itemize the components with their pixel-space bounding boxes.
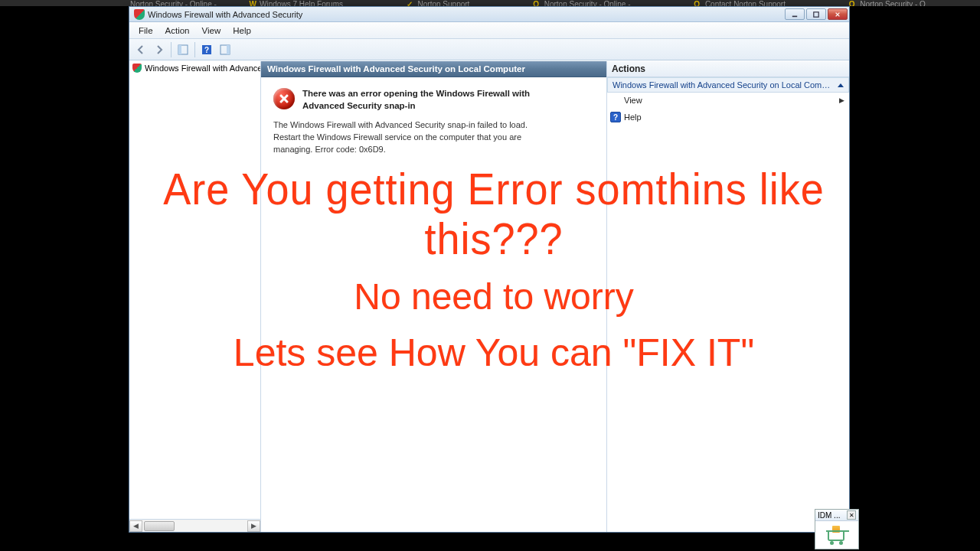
actions-view-item[interactable]: View ▶	[607, 93, 849, 109]
back-button[interactable]	[132, 41, 149, 58]
actions-group-header[interactable]: Windows Firewall with Advanced Security …	[607, 77, 849, 93]
maximize-button[interactable]	[806, 8, 826, 20]
error-icon	[273, 88, 295, 109]
idm-widget[interactable]: IDM ... ✕	[815, 509, 859, 549]
actions-pane: Actions Windows Firewall with Advanced S…	[607, 61, 849, 532]
background-browser-tabs: Norton Security - Online - WWindows 7 He…	[0, 0, 980, 6]
scroll-right-icon[interactable]: ▶	[247, 520, 260, 532]
actions-view-label: View	[624, 96, 642, 105]
details-pane: Windows Firewall with Advanced Security …	[261, 61, 607, 532]
scroll-thumb[interactable]	[144, 521, 175, 531]
toolbar: ?	[129, 39, 849, 60]
chevron-right-icon: ▶	[839, 96, 844, 104]
idm-close-icon[interactable]: ✕	[847, 510, 856, 520]
menubar: File Action View Help	[129, 22, 849, 39]
menu-file[interactable]: File	[132, 24, 159, 37]
error-title: There was an error opening the Windows F…	[302, 88, 563, 112]
tree-root-item[interactable]: Windows Firewall with Advance	[129, 61, 260, 75]
actions-help-item[interactable]: ?Help	[607, 109, 849, 126]
forward-button[interactable]	[151, 41, 168, 58]
help-icon: ?	[610, 112, 621, 122]
details-header: Windows Firewall with Advanced Security …	[261, 61, 606, 77]
svg-rect-0	[792, 15, 797, 17]
show-hide-action-button[interactable]	[217, 41, 234, 58]
error-description: The Windows Firewall with Advanced Secur…	[261, 116, 567, 164]
firewall-shield-icon	[132, 64, 142, 73]
titlebar[interactable]: Windows Firewall with Advanced Security	[129, 7, 849, 22]
scroll-left-icon[interactable]: ◀	[129, 520, 142, 532]
menu-action[interactable]: Action	[159, 24, 196, 37]
svg-text:?: ?	[204, 46, 209, 54]
svg-rect-1	[814, 11, 818, 16]
svg-rect-7	[227, 45, 230, 54]
console-tree-pane: Windows Firewall with Advance ◀ ▶	[129, 61, 261, 532]
minimize-button[interactable]	[785, 8, 805, 20]
actions-header: Actions	[607, 61, 849, 77]
svg-rect-3	[178, 45, 181, 54]
firewall-shield-icon	[134, 9, 145, 20]
window-title: Windows Firewall with Advanced Security	[148, 10, 785, 19]
tree-root-label: Windows Firewall with Advance	[145, 64, 260, 73]
show-hide-tree-button[interactable]	[175, 41, 191, 58]
actions-group-label: Windows Firewall with Advanced Security …	[612, 80, 835, 90]
help-button[interactable]: ?	[198, 41, 215, 58]
shopping-cart-icon	[825, 526, 848, 544]
idm-title: IDM ...	[818, 511, 840, 520]
collapse-up-icon	[838, 83, 844, 87]
menu-view[interactable]: View	[196, 24, 227, 37]
menu-help[interactable]: Help	[227, 24, 257, 37]
idm-body[interactable]	[815, 521, 858, 549]
firewall-window: Windows Firewall with Advanced Security …	[129, 6, 850, 533]
tree-hscrollbar[interactable]: ◀ ▶	[129, 519, 260, 532]
actions-help-label: Help	[624, 112, 642, 122]
close-button[interactable]	[828, 8, 848, 20]
